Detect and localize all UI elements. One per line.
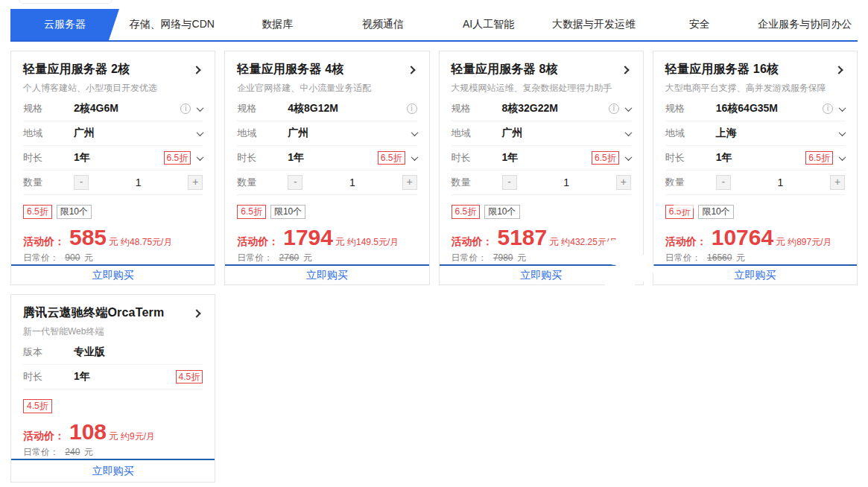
quantity-stepper[interactable]: -1+: [502, 175, 631, 190]
promo-badges: 6.5折限10个: [23, 205, 203, 219]
buy-now-button[interactable]: 立即购买: [520, 269, 562, 282]
row-value: 上海: [716, 127, 737, 140]
product-subtitle: 企业官网搭建、中小流量业务适配: [237, 82, 416, 95]
tab-item[interactable]: 数据库: [225, 9, 331, 40]
tab-item[interactable]: 企业服务与协同办公: [752, 9, 858, 40]
chevron-down-icon[interactable]: [624, 129, 632, 136]
daily-price-unit: 元: [736, 252, 745, 263]
tab-item[interactable]: 云服务器: [10, 9, 119, 40]
info-icon[interactable]: [609, 104, 619, 114]
config-row[interactable]: 地域广州: [237, 121, 416, 146]
increase-button[interactable]: +: [188, 175, 203, 190]
row-icons: [412, 131, 417, 136]
config-row[interactable]: 规格2核4G6M: [23, 97, 203, 121]
chevron-down-icon[interactable]: [197, 153, 204, 161]
decrease-button[interactable]: -: [716, 175, 731, 190]
chevron-down-icon[interactable]: [624, 104, 632, 112]
chevron-down-icon[interactable]: [839, 129, 846, 136]
quantity-stepper[interactable]: -1+: [716, 175, 845, 190]
config-row[interactable]: 地域上海: [665, 121, 845, 146]
row-value: 1年: [288, 151, 304, 165]
chevron-right-icon[interactable]: [407, 66, 415, 74]
tab-item[interactable]: 存储、网络与CDN: [119, 9, 225, 40]
increase-button[interactable]: +: [402, 175, 417, 190]
decrease-button[interactable]: -: [502, 175, 517, 190]
daily-price-amount: 2760: [279, 252, 300, 263]
product-subtitle: 新一代智能Web终端: [23, 325, 203, 338]
card-header[interactable]: 轻量应用服务器 2核: [23, 62, 203, 77]
chevron-down-icon[interactable]: [197, 104, 204, 112]
chevron-right-icon[interactable]: [193, 66, 201, 74]
row-label: 时长: [23, 151, 74, 165]
chevron-down-icon[interactable]: [197, 129, 204, 136]
buy-now-button[interactable]: 立即购买: [734, 269, 776, 282]
buy-now-button[interactable]: 立即购买: [92, 269, 134, 282]
product-title: 轻量应用服务器 4核: [237, 62, 343, 77]
card-header[interactable]: 轻量应用服务器 4核: [237, 62, 416, 77]
tab-item[interactable]: 大数据与开发运维: [541, 9, 647, 40]
buy-now-footer[interactable]: 立即购买: [225, 264, 428, 284]
chevron-right-icon[interactable]: [834, 66, 843, 74]
row-icons: 6.5折: [378, 151, 417, 165]
info-icon[interactable]: [823, 104, 833, 114]
card-header[interactable]: 腾讯云遨驰终端OrcaTerm: [23, 305, 203, 321]
config-row[interactable]: 数量-1+: [452, 171, 631, 195]
promo-price-label: 活动价：: [23, 235, 65, 249]
config-row[interactable]: 数量-1+: [23, 171, 203, 195]
chevron-right-icon[interactable]: [193, 309, 201, 317]
config-row[interactable]: 时长1年6.5折: [237, 146, 416, 171]
chevron-down-icon[interactable]: [839, 104, 846, 112]
chevron-down-icon[interactable]: [624, 153, 632, 161]
chevron-right-icon[interactable]: [621, 66, 629, 74]
buy-now-footer[interactable]: 立即购买: [440, 264, 643, 284]
config-row[interactable]: 数量-1+: [237, 171, 416, 195]
tab-item[interactable]: 视频通信: [330, 9, 436, 40]
daily-price-label: 日常价：: [237, 252, 273, 263]
quantity-stepper[interactable]: -1+: [288, 175, 416, 190]
daily-price-amount: 16560: [707, 252, 732, 263]
config-row[interactable]: 数量-1+: [665, 171, 845, 195]
increase-button[interactable]: +: [616, 175, 631, 190]
row-value: 广州: [288, 127, 308, 140]
promo-price-unit: 元: [109, 430, 118, 443]
chevron-down-icon[interactable]: [411, 129, 418, 136]
row-label: 数量: [23, 176, 74, 189]
card-header[interactable]: 轻量应用服务器 8核: [452, 62, 631, 77]
buy-now-footer[interactable]: 立即购买: [11, 459, 215, 482]
promo-price-label: 活动价：: [23, 430, 65, 443]
config-row[interactable]: 地域广州: [452, 121, 631, 146]
discount-badge: 6.5折: [164, 151, 191, 165]
config-row[interactable]: 时长1年6.5折: [23, 146, 203, 171]
quantity-stepper[interactable]: -1+: [74, 175, 203, 190]
daily-price-label: 日常价：: [23, 252, 59, 263]
limit-badge: 限10个: [484, 205, 519, 219]
product-subtitle: 大规模网站运维、复杂数据处理得力助手: [452, 82, 631, 95]
card-header[interactable]: 轻量应用服务器 16核: [665, 62, 845, 77]
config-row[interactable]: 规格16核64G35M: [665, 97, 845, 121]
promo-price-per-month: 约9元/月: [121, 430, 155, 443]
decrease-button[interactable]: -: [288, 175, 302, 190]
buy-now-footer[interactable]: 立即购买: [653, 264, 857, 284]
promo-badges: 6.5折限10个: [665, 205, 845, 219]
row-label: 规格: [665, 102, 716, 115]
config-row[interactable]: 规格8核32G22M: [452, 97, 631, 121]
chevron-down-icon[interactable]: [839, 153, 846, 161]
row-label: 时长: [452, 151, 502, 165]
buy-now-button[interactable]: 立即购买: [306, 269, 348, 282]
buy-now-button[interactable]: 立即购买: [92, 465, 134, 478]
tab-item[interactable]: AI人工智能: [436, 9, 542, 40]
increase-button[interactable]: +: [830, 175, 845, 190]
config-row[interactable]: 时长1年6.5折: [665, 146, 845, 171]
info-icon[interactable]: [180, 104, 191, 114]
daily-price-line: 日常价： 7980 元: [452, 252, 631, 264]
config-row[interactable]: 时长1年6.5折: [452, 146, 631, 171]
chevron-down-icon[interactable]: [411, 153, 418, 161]
info-icon[interactable]: [407, 104, 417, 114]
config-rows: 规格2核4G6M地域广州时长1年6.5折数量-1+: [23, 97, 203, 195]
buy-now-footer[interactable]: 立即购买: [11, 264, 215, 284]
tab-item[interactable]: 安全: [647, 9, 753, 40]
product-subtitle: 个人博客建站、小型项目开发优选: [23, 82, 203, 95]
config-row[interactable]: 地域广州: [23, 121, 203, 146]
row-value: 1年: [74, 370, 90, 383]
decrease-button[interactable]: -: [74, 175, 89, 190]
